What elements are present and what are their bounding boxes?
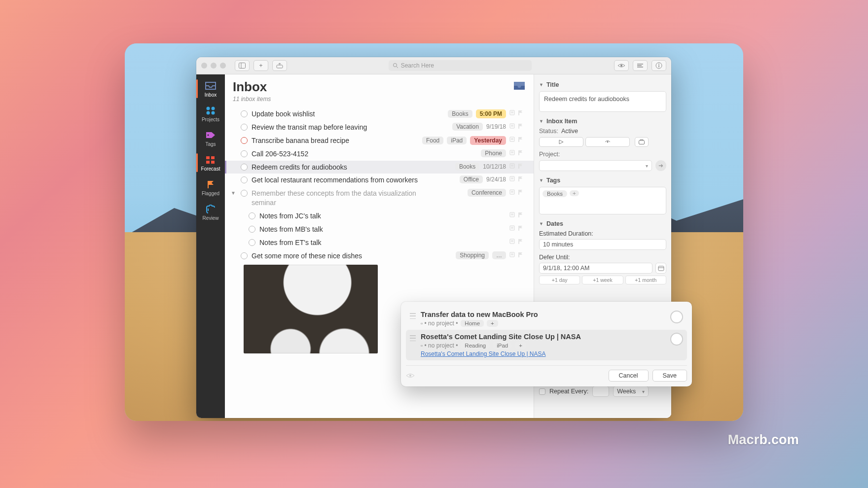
task-tag[interactable]: Books: [448, 110, 472, 118]
task-status-circle[interactable]: [241, 124, 248, 131]
task-row[interactable]: Update book wishlistBooks5:00 PM: [225, 107, 534, 121]
quick-plus-day[interactable]: +1 day: [539, 276, 580, 284]
task-tag[interactable]: Food: [422, 137, 443, 144]
status-seg-play-icon[interactable]: [539, 137, 583, 147]
repeat-unit-select[interactable]: Weeks: [613, 386, 649, 397]
task-tag[interactable]: iPad: [447, 137, 467, 144]
task-status-circle[interactable]: [241, 164, 248, 171]
flag-icon[interactable]: [517, 163, 524, 169]
task-tag[interactable]: Shopping: [456, 251, 489, 259]
toolbar-new-button[interactable]: +: [253, 60, 268, 71]
toolbar-cleanup-button[interactable]: [272, 60, 287, 71]
task-tag[interactable]: Conference: [468, 189, 506, 197]
task-row[interactable]: Get local restaurant recommendations fro…: [225, 174, 534, 187]
flag-icon[interactable]: [517, 136, 524, 142]
status-seg-hold-icon[interactable]: [585, 137, 630, 147]
cancel-button[interactable]: Cancel: [609, 370, 649, 382]
quick-plus-month[interactable]: +1 month: [625, 276, 666, 284]
task-row[interactable]: Get some more of these nice dishesShoppi…: [225, 249, 534, 263]
task-status-circle[interactable]: [241, 110, 248, 117]
quick-entry-item[interactable]: Transfer data to new MacBook Pro▫ • no p…: [406, 308, 687, 330]
status-segment[interactable]: [539, 137, 666, 147]
task-status-circle[interactable]: [241, 252, 248, 259]
section-inbox-item-header[interactable]: ▼Inbox Item: [539, 118, 666, 125]
quick-entry-add-tag[interactable]: +: [487, 320, 498, 327]
quick-entry-tag[interactable]: Reading: [461, 342, 490, 349]
sidebar-item-forecast[interactable]: Forecast: [196, 150, 225, 175]
quick-entry-add-tag[interactable]: +: [515, 342, 526, 349]
flag-icon[interactable]: [517, 123, 524, 129]
drag-handle-icon[interactable]: [410, 313, 416, 319]
tags-field[interactable]: Books +: [539, 187, 666, 214]
flag-icon[interactable]: [517, 238, 524, 244]
repeat-every-checkbox[interactable]: [539, 388, 545, 395]
task-row[interactable]: Notes from JC's talk: [225, 209, 534, 223]
section-tags-header[interactable]: ▼Tags: [539, 177, 666, 184]
task-status-circle[interactable]: [249, 226, 255, 233]
tag-add-button[interactable]: +: [570, 190, 579, 196]
task-tag[interactable]: …: [492, 251, 506, 259]
flag-icon[interactable]: [517, 189, 524, 195]
popover-preview-icon[interactable]: [406, 373, 415, 379]
quick-entry-title[interactable]: Transfer data to new MacBook Pro: [421, 311, 538, 318]
task-tag[interactable]: Phone: [481, 149, 506, 157]
save-button[interactable]: Save: [652, 370, 687, 382]
flag-icon[interactable]: [517, 251, 524, 258]
window-traffic-lights[interactable]: [201, 63, 226, 69]
quick-entry-item[interactable]: Rosetta's Comet Landing Site Close Up | …: [406, 330, 687, 360]
task-attachment-image[interactable]: [244, 265, 378, 353]
task-row[interactable]: Notes from ET's talk: [225, 236, 534, 249]
task-status-circle[interactable]: [249, 239, 255, 246]
repeat-count-field[interactable]: [592, 386, 609, 397]
task-status-circle[interactable]: [241, 176, 248, 183]
toolbar-view-button[interactable]: [614, 60, 629, 71]
section-dates-header[interactable]: ▼Dates: [539, 220, 666, 227]
task-row[interactable]: ▼Remember these concepts from the data v…: [225, 187, 534, 209]
task-tag[interactable]: Books: [455, 163, 479, 171]
title-field[interactable]: Redeem credits for audiobooks: [539, 91, 666, 112]
disclosure-toggle[interactable]: ▼: [229, 189, 238, 196]
task-status-circle[interactable]: [241, 137, 248, 144]
task-status-circle[interactable]: [241, 190, 248, 197]
quick-entry-status-circle[interactable]: [670, 311, 683, 323]
task-status-circle[interactable]: [241, 150, 248, 157]
flag-icon[interactable]: [517, 149, 524, 156]
quick-entry-tag[interactable]: Home: [461, 320, 484, 327]
flag-icon[interactable]: [517, 211, 524, 218]
calendar-button[interactable]: [655, 263, 666, 274]
drag-handle-icon[interactable]: [410, 335, 416, 341]
quick-entry-title[interactable]: Rosetta's Comet Landing Site Close Up | …: [421, 333, 581, 341]
sidebar-item-review[interactable]: Review: [196, 200, 225, 224]
sidebar-item-projects[interactable]: Projects: [196, 101, 225, 126]
task-tag[interactable]: Office: [460, 175, 483, 183]
section-title-header[interactable]: ▼Title: [539, 81, 666, 88]
flag-icon[interactable]: [517, 175, 524, 182]
task-row[interactable]: Review the transit map before leavingVac…: [225, 121, 534, 134]
quick-entry-tag[interactable]: iPad: [493, 342, 512, 349]
project-goto-button[interactable]: ➜: [655, 160, 666, 171]
tag-chip[interactable]: Books: [542, 190, 567, 197]
flag-icon[interactable]: [517, 109, 524, 116]
sidebar-item-tags[interactable]: Tags: [196, 126, 225, 150]
quick-plus-week[interactable]: +1 week: [582, 276, 623, 284]
task-tag[interactable]: Vacation: [452, 123, 483, 131]
project-select[interactable]: [539, 160, 652, 171]
task-status-circle[interactable]: [249, 212, 255, 219]
toolbar-layout-button[interactable]: [633, 60, 648, 71]
task-row[interactable]: Transcribe banana bread recipeFoodiPadYe…: [225, 134, 534, 147]
sidebar-item-inbox[interactable]: Inbox: [196, 76, 225, 101]
quick-entry-status-circle[interactable]: [670, 333, 683, 346]
toolbar-inspector-button[interactable]: [651, 60, 666, 71]
flag-icon[interactable]: [517, 225, 524, 231]
task-row[interactable]: Call 206-523-4152Phone: [225, 147, 534, 161]
toolbar-search[interactable]: Search Here: [389, 60, 532, 71]
svg-rect-20: [211, 161, 215, 164]
defer-until-field[interactable]: 9/1/18, 12:00 AM: [539, 263, 652, 274]
status-seg-drop-icon[interactable]: [635, 137, 649, 147]
task-row[interactable]: Notes from MB's talk: [225, 223, 534, 236]
est-duration-field[interactable]: 10 minutes: [539, 239, 666, 250]
toolbar-sidebar-toggle[interactable]: [235, 60, 250, 71]
quick-entry-link[interactable]: Rosetta's Comet Landing Site Close Up | …: [421, 350, 581, 357]
sidebar-item-flagged[interactable]: Flagged: [196, 175, 225, 200]
task-row[interactable]: Redeem credits for audiobooksBooks10/12/…: [225, 161, 534, 174]
